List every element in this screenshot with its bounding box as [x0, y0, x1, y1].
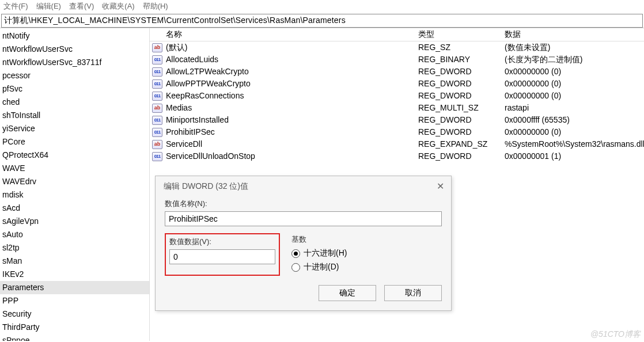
tree-item[interactable]: pfSvc [0, 82, 149, 96]
tree-item[interactable]: yiService [0, 122, 149, 135]
value-data: 0x00000000 (0) [505, 66, 644, 78]
tree-item[interactable]: sAuto [0, 228, 149, 241]
ok-button[interactable]: 确定 [319, 285, 376, 301]
value-type: REG_SZ [418, 41, 505, 54]
tree-item[interactable]: PCore [0, 135, 149, 149]
tree-item[interactable]: ntWorkflowUserSvc_83711f [0, 56, 149, 69]
binary-value-icon: 011 [152, 67, 162, 77]
value-name-input[interactable] [165, 211, 442, 226]
edit-dword-dialog: 编辑 DWORD (32 位)值 ✕ 数值名称(N): 数值数据(V): 基数 [155, 176, 452, 311]
menu-edit[interactable]: 编辑(E) [36, 1, 61, 12]
value-data: 0x00000001 (1) [505, 150, 644, 162]
value-type: REG_DWORD [418, 150, 505, 162]
tree-item[interactable]: sAcd [0, 202, 149, 215]
dialog-titlebar: 编辑 DWORD (32 位)值 ✕ [156, 176, 451, 195]
value-name-label: 数值名称(N): [165, 199, 442, 209]
close-icon[interactable]: ✕ [437, 181, 444, 192]
value-data: 0x0000ffff (65535) [505, 114, 644, 126]
menu-help[interactable]: 帮助(H) [143, 1, 168, 12]
tree-item[interactable]: mdisk [0, 188, 149, 202]
value-name: AllowPPTPWeakCrypto [165, 78, 418, 90]
value-name: KeepRasConnections [165, 90, 418, 102]
tree-item[interactable]: sAgileVpn [0, 215, 149, 228]
value-icon-cell: 011 [150, 67, 165, 77]
tree-item[interactable]: ThirdParty [0, 321, 149, 334]
radix-group: 基数 十六进制(H) 十进制(D) [291, 233, 442, 276]
value-type: REG_DWORD [418, 90, 505, 102]
value-data-label: 数值数据(V): [169, 237, 275, 247]
value-name: AllowL2TPWeakCrypto [165, 66, 418, 78]
value-icon-cell: ab [150, 140, 165, 149]
string-value-icon: ab [152, 104, 162, 113]
registry-value-row[interactable]: abServiceDllREG_EXPAND_SZ%SystemRoot%\Sy… [150, 138, 644, 150]
value-data-input[interactable] [169, 249, 275, 264]
dialog-title-text: 编辑 DWORD (32 位)值 [164, 181, 248, 192]
radio-icon [291, 263, 300, 272]
tree-item[interactable]: sMan [0, 254, 149, 268]
tree-item[interactable]: sl2tp [0, 241, 149, 254]
radix-label: 基数 [291, 234, 442, 245]
string-value-icon: ab [152, 43, 162, 52]
registry-value-row[interactable]: 011ServiceDllUnloadOnStopREG_DWORD0x0000… [150, 150, 644, 162]
column-header-data[interactable]: 数据 [505, 29, 644, 40]
column-header-name[interactable]: 名称 [165, 29, 418, 40]
registry-value-row[interactable]: abMediasREG_MULTI_SZrastapi [150, 102, 644, 114]
radix-hex-option[interactable]: 十六进制(H) [291, 248, 442, 259]
value-data: (长度为零的二进制值) [505, 54, 644, 66]
value-icon-cell: 011 [150, 92, 165, 101]
value-data: 0x00000000 (0) [505, 78, 644, 90]
binary-value-icon: 011 [152, 128, 162, 137]
tree-item[interactable]: ntWorkflowUserSvc [0, 43, 149, 56]
value-icon-cell: 011 [150, 152, 165, 161]
tree-item[interactable]: QProtectX64 [0, 149, 149, 162]
registry-tree-panel[interactable]: ntNotifyntWorkflowUserSvcntWorkflowUserS… [0, 28, 150, 341]
cancel-button[interactable]: 取消 [384, 285, 442, 301]
tree-item[interactable]: WAVE [0, 162, 149, 175]
registry-value-row[interactable]: 011MiniportsInstalledREG_DWORD0x0000ffff… [150, 114, 644, 126]
tree-item[interactable]: pcessor [0, 69, 149, 82]
value-data: 0x00000000 (0) [505, 126, 644, 138]
value-type: REG_DWORD [418, 114, 505, 126]
value-name: AllocatedLuids [165, 54, 418, 66]
registry-value-row[interactable]: 011AllocatedLuidsREG_BINARY(长度为零的二进制值) [150, 54, 644, 66]
value-data: %SystemRoot%\System32\rasmans.dll [505, 138, 644, 150]
value-icon-cell: 011 [150, 55, 165, 64]
tree-item[interactable]: WAVEdrv [0, 175, 149, 188]
value-icon-cell: 011 [150, 128, 165, 137]
menu-favorites[interactable]: 收藏夹(A) [102, 1, 134, 12]
registry-value-row[interactable]: ab(默认)REG_SZ(数值未设置) [150, 41, 644, 54]
registry-value-row[interactable]: 011AllowPPTPWeakCryptoREG_DWORD0x0000000… [150, 78, 644, 90]
dialog-body: 数值名称(N): 数值数据(V): 基数 十六进制(H) [156, 195, 451, 278]
radix-dec-label: 十进制(D) [304, 262, 339, 272]
value-name: ProhibitIPSec [165, 126, 418, 138]
value-icon-cell: ab [150, 104, 165, 113]
value-name: (默认) [165, 41, 418, 54]
radix-dec-option[interactable]: 十进制(D) [291, 262, 442, 272]
menu-view[interactable]: 查看(V) [69, 1, 94, 12]
value-name: ServiceDll [165, 138, 418, 150]
value-type: REG_DWORD [418, 78, 505, 90]
tree-item[interactable]: sPppoe [0, 334, 149, 341]
dialog-buttons: 确定 取消 [156, 278, 451, 310]
tree-item[interactable]: shToInstall [0, 109, 149, 122]
radix-hex-label: 十六进制(H) [304, 248, 347, 259]
registry-value-row[interactable]: 011KeepRasConnectionsREG_DWORD0x00000000… [150, 90, 644, 102]
binary-value-icon: 011 [152, 55, 162, 64]
value-name: ServiceDllUnloadOnStop [165, 150, 418, 162]
value-name: MiniportsInstalled [165, 114, 418, 126]
radio-icon [291, 249, 300, 258]
tree-item[interactable]: IKEv2 [0, 268, 149, 281]
tree-item[interactable]: ntNotify [0, 29, 149, 43]
value-type: REG_EXPAND_SZ [418, 138, 505, 150]
tree-item[interactable]: Security [0, 307, 149, 321]
tree-item[interactable]: PPP [0, 294, 149, 307]
registry-address-bar[interactable]: 计算机\HKEY_LOCAL_MACHINE\SYSTEM\CurrentCon… [1, 14, 643, 28]
binary-value-icon: 011 [152, 92, 162, 101]
values-header-row: 名称 类型 数据 [150, 28, 644, 41]
registry-value-row[interactable]: 011AllowL2TPWeakCryptoREG_DWORD0x0000000… [150, 66, 644, 78]
tree-item[interactable]: ched [0, 96, 149, 109]
tree-item[interactable]: Parameters [0, 281, 149, 294]
column-header-type[interactable]: 类型 [418, 29, 505, 40]
menu-file[interactable]: 文件(F) [3, 1, 28, 12]
registry-value-row[interactable]: 011ProhibitIPSecREG_DWORD0x00000000 (0) [150, 126, 644, 138]
